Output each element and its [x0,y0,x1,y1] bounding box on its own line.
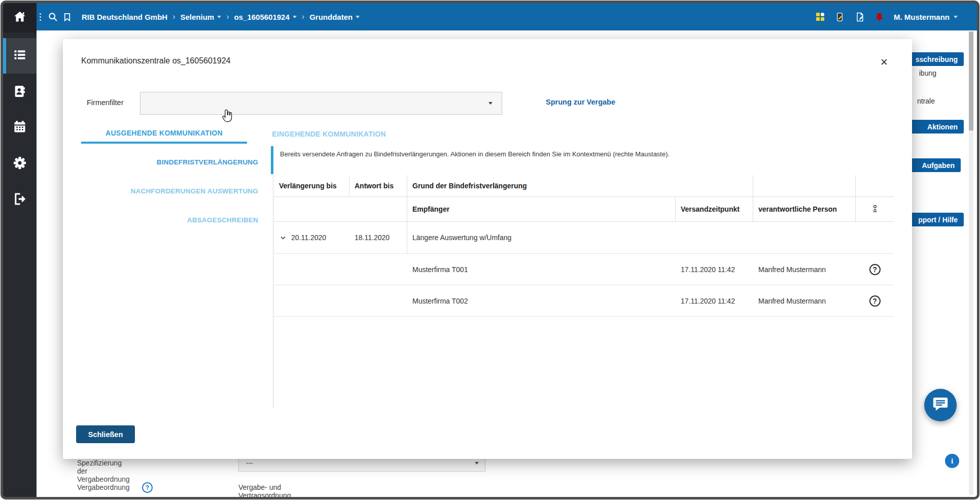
user-name: M. Mustermann [894,13,950,21]
breadcrumb-separator: › [226,12,229,21]
row-person: Manfred Mustermann [753,285,856,316]
subnav-absageschreiben[interactable]: ABSAGESCHREIBEN [81,216,258,225]
col-header-spacer [349,197,407,221]
tag-edit-icon[interactable] [834,11,846,22]
row-versandzeitpunkt: 17.11.2020 11:42 [676,285,753,316]
communication-subnav: BINDEFRISTVERLÄNGERUNG NACHFORDERUNGEN A… [81,158,258,225]
col-header-verlaengerung-bis: Verlängerung bis [274,175,349,196]
topbar: RIB Deutschland GmbH › Selenium › os_160… [37,3,977,30]
sidebar-item-calendar[interactable] [3,112,37,144]
row-spacer [274,254,349,285]
table-group-row[interactable]: 20.11.2020 18.11.2020 Längere Auswertung… [274,222,894,254]
status-question-icon[interactable]: ? [869,264,881,275]
sidebar-item-contacts[interactable] [3,77,37,108]
chat-fab-button[interactable] [924,389,957,421]
group-spacer [753,222,856,253]
tab-eingehende-kommunikation[interactable]: EINGEHENDE KOMMUNIKATION [247,124,411,144]
vertical-divider [273,146,273,409]
table-row[interactable]: Musterfirma T001 17.11.2020 11:42 Manfre… [274,254,894,285]
more-options-icon[interactable] [40,13,41,21]
breadcrumb-tender[interactable]: os_1605601924 [234,13,297,21]
breadcrumb-section[interactable]: Grunddaten [309,13,360,21]
tab-ausgehende-kommunikation[interactable]: AUSGEHENDE KOMMUNIKATION [81,124,247,144]
subnav-nachforderungen-auswertung[interactable]: NACHFORDERUNGEN AUSWERTUNG [81,187,258,196]
sidebar-item-settings[interactable] [3,148,37,180]
breadcrumb-separator: › [172,12,175,21]
home-icon [13,10,27,26]
table-header-row-1: Verlängerung bis Antwort bis Grund der B… [274,175,894,197]
responsible-person-icon [870,204,880,215]
col-header-versandzeitpunkt: Versandzeitpunkt [676,197,753,221]
row-versandzeitpunkt: 17.11.2020 11:42 [676,254,753,285]
chevron-down-icon [488,102,493,105]
row-status: ? [856,254,894,285]
calendar-icon [13,120,27,136]
firmenfilter-label: Firmenfilter [87,98,124,107]
kommunikationszentrale-dialog: Kommunikationszentrale os_1605601924 ✕ F… [63,39,912,459]
list-icon [13,48,27,64]
col-header-spacer [856,175,894,196]
schliessen-button[interactable]: Schließen [76,425,135,443]
col-header-spacer [676,175,753,196]
chevron-down-icon [356,16,360,18]
chevron-down-icon [217,16,221,18]
spezifizierung-label: Spezifizierung der Vergabeordnung [77,459,130,483]
row-status: ? [856,285,894,316]
breadcrumb-separator: › [302,12,304,21]
communication-tabs: AUSGEHENDE KOMMUNIKATION EINGEHENDE KOMM… [81,124,411,144]
vergabeordnung-label: Vergabeordnung [77,483,130,491]
app-screen: RIB Deutschland GmbH › Selenium › os_160… [0,0,980,500]
group-spacer [676,222,753,253]
col-header-person: verantwortliche Person [753,197,856,221]
topbar-right: M. Mustermann [815,3,958,30]
col-header-antwort-bis: Antwort bis [349,175,407,196]
breadcrumb-project[interactable]: Selenium [181,13,222,21]
search-icon[interactable] [47,11,58,22]
col-header-empfaenger: Empfänger [407,197,676,221]
group-verlaengerung-bis: 20.11.2020 [274,222,349,253]
notifications-bell-icon[interactable] [874,11,885,22]
row-empfaenger: Musterfirma T001 [407,254,676,285]
vergabeordnung-value: Vergabe- und Vertragsordnung für Bauleis… [238,483,291,500]
bookmark-icon[interactable] [61,11,73,22]
bg-label-beschreibung: ibung [919,69,936,77]
chevron-down-icon [293,16,297,18]
table-row[interactable]: Musterfirma T002 17.11.2020 11:42 Manfre… [274,285,894,317]
user-menu[interactable]: M. Mustermann [894,13,958,21]
chat-bubble-icon [932,395,949,415]
apps-grid-icon[interactable] [815,11,826,22]
status-question-icon[interactable]: ? [869,295,881,307]
info-icon[interactable]: i [945,454,959,468]
subnav-bindefristverlaengerung[interactable]: BINDEFRISTVERLÄNGERUNG [81,158,258,167]
logout-icon [13,192,27,208]
col-header-status-icon [856,197,894,221]
scrollbar-thumb[interactable] [969,31,973,130]
row-spacer [349,285,407,316]
sidebar [3,3,37,497]
bg-label-kommunikationszentrale: ntrale [917,97,935,105]
document-edit-icon[interactable] [854,11,865,22]
breadcrumb-company[interactable]: RIB Deutschland GmbH [82,13,167,21]
chevron-down-icon [954,16,958,18]
sprung-zur-vergabe-link[interactable]: Sprung zur Vergabe [546,98,615,106]
row-empfaenger: Musterfirma T002 [407,285,676,316]
group-antwort-bis: 18.11.2020 [349,222,407,253]
col-header-spacer [274,197,349,221]
chevron-down-icon [475,462,479,464]
close-icon[interactable]: ✕ [877,54,892,70]
sidebar-item-logout[interactable] [3,184,37,216]
collapse-chevron-icon[interactable] [279,234,287,242]
settings-icon [13,156,27,172]
group-grund: Längere Auswertung w/Umfang [407,222,676,253]
firmenfilter-select[interactable] [140,92,502,115]
sidebar-item-home[interactable] [3,3,37,32]
spezifizierung-value: --- [246,459,253,467]
sidebar-item-list[interactable] [3,38,37,74]
dialog-title: Kommunikationszentrale os_1605601924 [81,56,230,65]
vergabeordnung-help-icon[interactable]: ? [142,482,153,493]
bindefrist-table: Verlängerung bis Antwort bis Grund der B… [274,175,894,317]
col-header-spacer [753,175,856,196]
table-description: Bereits versendete Anfragen zu Bindefris… [280,150,884,158]
vertical-scrollbar[interactable] [969,31,973,495]
group-spacer [856,222,894,253]
